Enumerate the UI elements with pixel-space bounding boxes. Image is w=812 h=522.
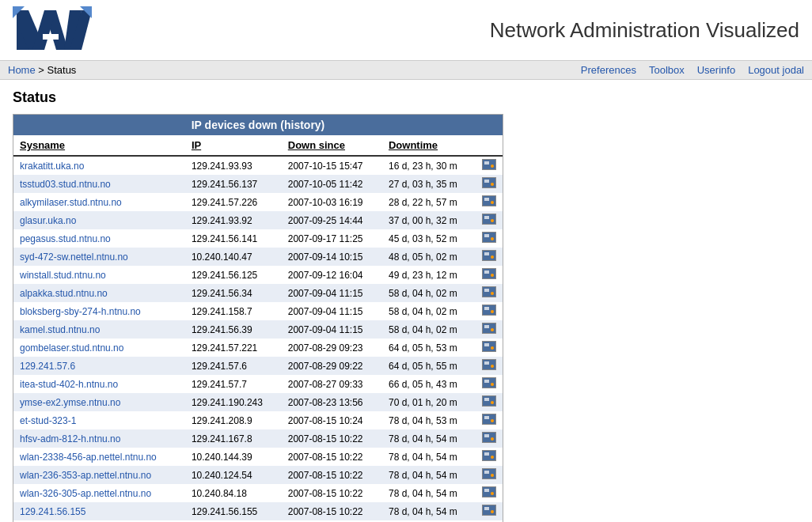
cell-sysname: pegasus.stud.ntnu.no [13, 229, 185, 248]
status-icon[interactable] [482, 177, 496, 188]
sysname-link[interactable]: 129.241.56.155 [20, 506, 85, 517]
breadcrumb: Home > Status [8, 64, 76, 76]
cell-sysname: wlan-2338-456-ap.nettel.ntnu.no [13, 448, 185, 466]
table-row: pegasus.stud.ntnu.no129.241.56.1412007-0… [13, 229, 503, 248]
status-icon[interactable] [482, 159, 496, 170]
cell-icon [476, 248, 503, 266]
status-icon[interactable] [482, 214, 496, 225]
cell-down-since: 2007-09-04 11:15 [282, 302, 382, 320]
cell-icon [476, 429, 503, 448]
table-row: gombelaser.stud.ntnu.no129.241.57.221200… [13, 339, 503, 357]
cell-ip: 129.241.56.125 [185, 266, 282, 284]
status-icon[interactable] [482, 377, 496, 388]
cell-down-since: 2007-09-04 11:15 [282, 320, 382, 339]
cell-ip: 129.241.56.137 [185, 175, 282, 193]
cell-ip: 129.241.190.243 [185, 393, 282, 411]
cell-sysname: ymse-ex2.ymse.ntnu.no [13, 393, 185, 411]
status-icon[interactable] [482, 505, 496, 516]
cell-down-since: 2007-10-03 16:19 [282, 193, 382, 211]
col-sysname[interactable]: Sysname [13, 135, 185, 156]
cell-down-since: 2007-08-15 10:24 [282, 411, 382, 429]
cell-ip: 129.241.167.8 [185, 429, 282, 448]
cell-downtime: 66 d, 05 h, 43 m [382, 375, 476, 393]
status-icon[interactable] [482, 195, 496, 206]
table-row: bloksberg-sby-274-h.ntnu.no129.241.158.7… [13, 302, 503, 320]
sysname-link[interactable]: wlan-326-305-ap.nettel.ntnu.no [20, 488, 151, 499]
sysname-link[interactable]: krakatitt.uka.no [20, 161, 84, 172]
sysname-link[interactable]: pegasus.stud.ntnu.no [20, 233, 111, 244]
cell-down-since: 2007-08-15 10:22 [282, 484, 382, 502]
cell-down-since: 2007-09-14 10:15 [282, 248, 382, 266]
col-ip[interactable]: IP [185, 135, 282, 156]
status-icon[interactable] [482, 450, 496, 461]
cell-ip: 129.241.57.7 [185, 375, 282, 393]
svg-marker-5 [43, 34, 59, 40]
status-icon[interactable] [482, 395, 496, 407]
sysname-link[interactable]: winstall.stud.ntnu.no [20, 270, 106, 281]
sysname-link[interactable]: et-stud-323-1 [20, 415, 76, 426]
status-icon[interactable] [482, 250, 496, 261]
cell-down-since: 2007-08-23 13:56 [282, 393, 382, 411]
sysname-link[interactable]: hfsv-adm-812-h.ntnu.no [20, 433, 120, 444]
header: Network Administration Visualized [0, 0, 812, 61]
toolbox-link[interactable]: Toolbox [649, 64, 685, 76]
cell-ip: 129.241.57.6 [185, 357, 282, 375]
table-row: ymse-ex2.ymse.ntnu.no129.241.190.2432007… [13, 393, 503, 411]
status-icon[interactable] [482, 286, 496, 297]
page-title: Status [13, 89, 799, 106]
cell-ip: 129.241.56.141 [185, 229, 282, 248]
status-icon[interactable] [482, 268, 496, 279]
preferences-link[interactable]: Preferences [581, 64, 636, 76]
status-icon[interactable] [482, 304, 496, 316]
cell-downtime: 64 d, 05 h, 55 m [382, 357, 476, 375]
table-row: hfsv-adm-812-h.ntnu.no129.241.167.82007-… [13, 429, 503, 448]
cell-ip: 129.241.56.39 [185, 320, 282, 339]
status-icon[interactable] [482, 414, 496, 425]
logout-link[interactable]: Logout jodal [748, 64, 804, 76]
status-icon[interactable] [482, 468, 496, 479]
cell-downtime: 78 d, 04 h, 53 m [382, 411, 476, 429]
status-icon[interactable] [482, 232, 496, 243]
cell-icon [476, 156, 503, 175]
cell-icon [476, 357, 503, 375]
sysname-link[interactable]: glasur.uka.no [20, 215, 76, 226]
sysname-link[interactable]: alkymilaser.stud.ntnu.no [20, 197, 122, 208]
cell-ip: 10.240.140.47 [185, 248, 282, 266]
table-row: et-stud-323-1129.241.208.92007-08-15 10:… [13, 411, 503, 429]
sysname-link[interactable]: wlan-2338-456-ap.nettel.ntnu.no [20, 452, 157, 463]
nav-logo [13, 6, 92, 54]
col-downtime[interactable]: Downtime [382, 135, 476, 156]
sysname-link[interactable]: gombelaser.stud.ntnu.no [20, 342, 123, 354]
status-icon[interactable] [482, 359, 496, 370]
sysname-link[interactable]: alpakka.stud.ntnu.no [20, 288, 108, 299]
cell-downtime: 58 d, 04 h, 02 m [382, 302, 476, 320]
sysname-link[interactable]: tsstud03.stud.ntnu.no [20, 179, 111, 190]
sysname-link[interactable]: 129.241.57.6 [20, 361, 75, 372]
cell-sysname: krakatitt.uka.no [13, 156, 185, 175]
cell-sysname: gombelaser.stud.ntnu.no [13, 339, 185, 357]
status-icon[interactable] [482, 323, 496, 334]
cell-sysname: syd-472-sw.nettel.ntnu.no [13, 248, 185, 266]
status-icon[interactable] [482, 432, 496, 443]
table-body: krakatitt.uka.no129.241.93.932007-10-15 … [13, 156, 503, 522]
cell-downtime: 37 d, 00 h, 32 m [382, 211, 476, 229]
cell-downtime: 78 d, 04 h, 54 m [382, 484, 476, 502]
cell-ip: 10.240.84.18 [185, 484, 282, 502]
col-down-since[interactable]: Down since [282, 135, 382, 156]
home-link[interactable]: Home [8, 64, 36, 76]
cell-down-since: 2007-09-17 11:25 [282, 229, 382, 248]
status-icon[interactable] [482, 341, 496, 352]
cell-down-since: 2007-08-29 09:23 [282, 339, 382, 357]
sysname-link[interactable]: kamel.stud.ntnu.no [20, 324, 100, 335]
sysname-link[interactable]: wlan-236-353-ap.nettel.ntnu.no [20, 470, 151, 481]
cell-sysname: hfsv-adm-812-h.ntnu.no [13, 429, 185, 448]
sysname-link[interactable]: bloksberg-sby-274-h.ntnu.no [20, 306, 141, 317]
sysname-link[interactable]: syd-472-sw.nettel.ntnu.no [20, 252, 128, 263]
table-row: tsstud03.stud.ntnu.no129.241.56.1372007-… [13, 175, 503, 193]
userinfo-link[interactable]: Userinfo [697, 64, 735, 76]
cell-sysname: 129.241.56.155 [13, 502, 185, 520]
cell-icon [476, 502, 503, 520]
sysname-link[interactable]: itea-stud-402-h.ntnu.no [20, 379, 118, 390]
sysname-link[interactable]: ymse-ex2.ymse.ntnu.no [20, 397, 120, 408]
status-icon[interactable] [482, 486, 496, 497]
